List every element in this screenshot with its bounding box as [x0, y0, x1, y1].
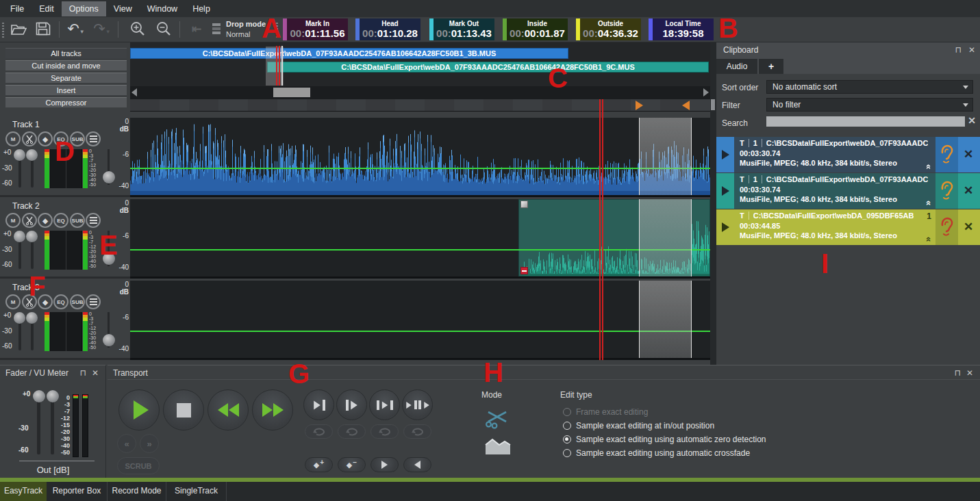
fader-knob[interactable] — [26, 312, 38, 324]
zoom-out-icon[interactable] — [153, 18, 174, 39]
mark-out-triangle[interactable] — [682, 101, 690, 110]
menu-button[interactable] — [86, 213, 101, 228]
skip-back-button[interactable]: « — [117, 434, 136, 453]
remove-marker-button[interactable]: ◆− — [338, 457, 366, 472]
fader-knob[interactable] — [26, 149, 38, 161]
tab-add[interactable]: + — [759, 59, 783, 74]
next-marker-button[interactable] — [370, 457, 399, 472]
collapse-chevron-icon[interactable]: « — [924, 164, 934, 169]
overview-clip-2[interactable]: C:\BCSData\FullExport\webDA_07F93AAADC25… — [267, 62, 709, 73]
marker-button[interactable]: ◆ — [38, 131, 53, 146]
play-icon[interactable] — [722, 222, 729, 232]
clipboard-item[interactable]: T1C:\BCSData\FullExport\webDA_07F93AAADC… — [716, 137, 980, 172]
rewind-button[interactable] — [208, 389, 249, 431]
listen-ear-icon[interactable] — [940, 217, 955, 240]
drop-mode-value[interactable]: Normal — [226, 30, 250, 38]
timeline-ruler[interactable] — [130, 99, 710, 112]
radio-frame-exact-editing[interactable] — [563, 408, 571, 416]
menu-window[interactable]: Window — [140, 1, 185, 16]
command-insert[interactable]: Insert — [5, 85, 127, 95]
view-tab-record-mode[interactable]: Record Mode — [108, 482, 166, 501]
eq-button[interactable]: EQ — [53, 294, 68, 309]
remove-icon[interactable]: ✕ — [964, 220, 973, 234]
play-to-cursor-button[interactable] — [303, 389, 334, 420]
track2-handle-bottom[interactable] — [520, 267, 528, 274]
menu-edit[interactable]: Edit — [32, 1, 62, 16]
envelope-mode-icon[interactable] — [484, 435, 512, 459]
mark-in-triangle[interactable] — [636, 101, 643, 110]
menu-view[interactable]: View — [106, 1, 140, 16]
search-input[interactable] — [766, 116, 965, 127]
menu-button[interactable] — [86, 131, 101, 146]
close-icon[interactable]: ✕ — [966, 368, 973, 378]
track-body-3[interactable] — [130, 281, 710, 360]
volume-envelope-line[interactable] — [130, 249, 710, 250]
fader-knob[interactable] — [14, 149, 25, 161]
pin-icon[interactable]: ⊓ — [955, 368, 961, 378]
eq-button[interactable]: EQ — [53, 213, 68, 228]
tab-audio[interactable]: Audio — [716, 59, 757, 74]
radio-sample-exact-editing-using-automatic-crossfade[interactable] — [563, 449, 571, 457]
prev-marker-button[interactable] — [403, 457, 431, 472]
pin-icon[interactable]: ⊓ — [955, 45, 962, 55]
drop-mode-icon[interactable] — [212, 23, 222, 36]
menu-file[interactable]: File — [3, 1, 32, 16]
vu-fader-knob[interactable] — [33, 390, 45, 402]
command-all-tracks[interactable]: All tracks — [5, 48, 127, 58]
mute-button[interactable]: M — [5, 294, 21, 309]
overview-clip-1[interactable]: C:\BCSData\FullExport\webDA_07F93AAADC25… — [130, 48, 568, 59]
fader-knob[interactable] — [14, 231, 25, 242]
sub-button[interactable]: SUB — [70, 213, 85, 228]
cut-button[interactable] — [22, 131, 37, 146]
add-marker-button[interactable]: ◆+ — [305, 457, 333, 472]
command-cut-inside-and-move[interactable]: Cut inside and move — [5, 60, 127, 70]
pin-icon[interactable]: ⊓ — [80, 368, 86, 378]
fader-knob[interactable] — [14, 312, 25, 324]
menu-options[interactable]: Options — [62, 1, 106, 16]
collapse-chevron-icon[interactable]: « — [924, 237, 934, 242]
v-scrollbar[interactable] — [710, 42, 716, 365]
sort-order-select[interactable]: No automatic sort — [766, 80, 973, 94]
menu-help[interactable]: Help — [185, 1, 218, 16]
remove-icon[interactable]: ✕ — [964, 147, 973, 162]
cut-button[interactable] — [22, 213, 37, 228]
zoom-in-icon[interactable] — [127, 18, 148, 39]
play-icon[interactable] — [722, 186, 729, 196]
play-from-cursor-button[interactable] — [336, 389, 367, 420]
remove-icon[interactable]: ✕ — [964, 183, 973, 198]
skip-forward-button[interactable]: » — [140, 434, 159, 453]
marker-button[interactable]: ◆ — [38, 213, 53, 228]
h-scrollbar[interactable] — [130, 86, 710, 99]
radio-sample-exact-editing-at-in-out-position[interactable] — [563, 422, 571, 430]
collapse-chevron-icon[interactable]: « — [924, 201, 934, 205]
redo-icon[interactable]: ↷▼ — [92, 18, 112, 39]
scrub-button[interactable]: SCRUB — [117, 457, 160, 474]
listen-ear-icon[interactable] — [940, 181, 955, 204]
mute-button[interactable]: M — [5, 131, 21, 146]
loop-button[interactable] — [338, 424, 366, 439]
command-compressor[interactable]: Compressor — [5, 97, 127, 107]
play-around-cursor-button[interactable] — [402, 389, 433, 420]
view-tab-reporter-box[interactable]: Reporter Box — [47, 482, 108, 501]
undo-icon[interactable]: ↶▼ — [66, 18, 86, 39]
v-scroll-thumb[interactable] — [711, 99, 715, 110]
view-tab-easytrack[interactable]: EasyTrack — [0, 482, 47, 501]
sub-button[interactable]: SUB — [70, 294, 85, 309]
volume-envelope-line[interactable] — [130, 168, 710, 169]
fader-knob[interactable] — [26, 231, 38, 242]
view-tab-singletrack[interactable]: SingleTrack — [166, 482, 227, 501]
loop-button[interactable] — [403, 424, 431, 439]
scroll-right-arrow[interactable] — [703, 88, 709, 97]
track1-waveform[interactable] — [130, 118, 710, 195]
clipboard-item[interactable]: T1C:\BCSData\FullExport\webDA_07F93AAADC… — [716, 173, 980, 209]
close-icon[interactable]: ✕ — [968, 45, 975, 55]
stop-button[interactable] — [163, 389, 204, 431]
vu-fader-knob[interactable] — [47, 390, 59, 402]
scroll-thumb[interactable] — [273, 88, 310, 97]
menu-button[interactable] — [86, 294, 101, 309]
command-separate[interactable]: Separate — [5, 73, 127, 83]
play-button[interactable] — [118, 389, 160, 431]
listen-ear-icon[interactable] — [940, 144, 955, 168]
mute-button[interactable]: M — [5, 213, 21, 228]
loop-button[interactable] — [305, 424, 333, 439]
